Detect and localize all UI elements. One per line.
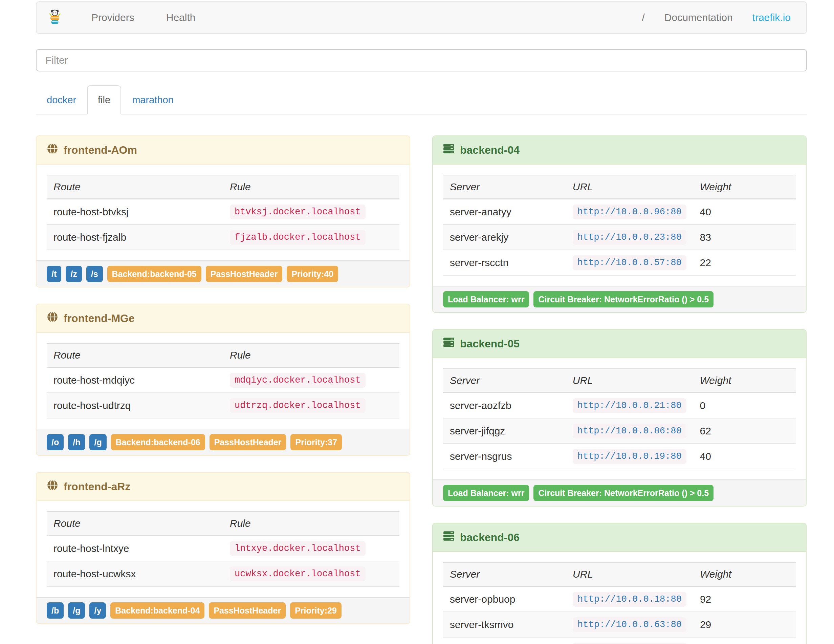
panel-footer: Load Balancer: wrr Circuit Breaker: Netw… bbox=[433, 479, 806, 506]
server-url-link[interactable]: http://10.0.0.23:80 bbox=[573, 230, 687, 245]
table-row: route-host-btvksj btvksj.docker.localhos… bbox=[47, 199, 399, 225]
backend-panel: backend-04 Server URL Weight bbox=[432, 136, 807, 313]
backend-panel-heading: backend-06 bbox=[433, 523, 806, 552]
panel-body: Server URL Weight server-anatyy http://1… bbox=[433, 165, 806, 286]
server-cell: server-nsgrus bbox=[443, 443, 566, 469]
server-url-link[interactable]: http://10.0.0.18:80 bbox=[573, 592, 687, 607]
server-url-link[interactable]: http://10.0.0.21:80 bbox=[573, 398, 687, 413]
server-url-link[interactable]: http://10.0.0.83:80 bbox=[573, 642, 687, 644]
weight-cell: 22 bbox=[693, 250, 796, 275]
column-header-server: Server bbox=[443, 562, 566, 586]
column-header-server: Server bbox=[443, 175, 566, 199]
nav-link-providers[interactable]: Providers bbox=[91, 2, 134, 34]
path-label: /y bbox=[89, 602, 106, 619]
routes-table: Route Rule route-host-btvksj btvksj.dock… bbox=[47, 175, 399, 250]
frontends-column: frontend-AOm Route Rule route-host-btv bbox=[36, 136, 410, 640]
server-url-link[interactable]: http://10.0.0.86:80 bbox=[573, 424, 687, 439]
route-cell: route-host-btvksj bbox=[47, 199, 223, 225]
backend-ref-label: Backend:backend-04 bbox=[110, 602, 204, 619]
path-label: /s bbox=[86, 266, 103, 282]
routes-table: Route Rule route-host-mdqiyc mdqiyc.dock… bbox=[47, 343, 399, 419]
table-row: route-host-ucwksx ucwksx.docker.localhos… bbox=[47, 561, 399, 586]
table-row: server-opbuop http://10.0.0.18:80 92 bbox=[443, 586, 796, 612]
provider-content: frontend-AOm Route Rule route-host-btv bbox=[36, 136, 807, 644]
path-label: /o bbox=[47, 434, 64, 450]
servers-table: Server URL Weight server-anatyy http://1… bbox=[443, 175, 796, 276]
path-label: /g bbox=[68, 602, 85, 619]
rule-code: btvksj.docker.localhost bbox=[230, 204, 365, 219]
rule-code: udtrzq.docker.localhost bbox=[230, 398, 365, 413]
server-url-link[interactable]: http://10.0.0.19:80 bbox=[573, 449, 687, 464]
route-cell: route-host-mdqiyc bbox=[47, 367, 223, 393]
frontend-panel: frontend-MGe Route Rule route-host-mdq bbox=[36, 304, 410, 456]
filter-input[interactable] bbox=[36, 49, 807, 71]
path-label: /h bbox=[68, 434, 85, 450]
column-header-route: Route bbox=[47, 511, 223, 536]
column-header-rule: Rule bbox=[223, 343, 399, 367]
tab-marathon[interactable]: marathon bbox=[121, 85, 184, 115]
backend-panel-heading: backend-05 bbox=[433, 330, 806, 358]
server-cell: server-arekjy bbox=[443, 225, 566, 250]
panel-title: backend-04 bbox=[460, 144, 520, 157]
filter-bar bbox=[36, 49, 807, 71]
panel-title: frontend-AOm bbox=[64, 144, 137, 157]
backend-ref-label: Backend:backend-06 bbox=[111, 434, 205, 450]
route-cell: route-host-lntxye bbox=[47, 536, 223, 561]
server-url-link[interactable]: http://10.0.0.57:80 bbox=[573, 255, 687, 270]
column-header-url: URL bbox=[566, 562, 693, 586]
weight-cell: 57 bbox=[693, 637, 796, 644]
panel-title: frontend-aRz bbox=[64, 480, 130, 493]
backend-ref-label: Backend:backend-05 bbox=[107, 266, 201, 282]
column-header-route: Route bbox=[47, 343, 223, 367]
weight-cell: 62 bbox=[693, 418, 796, 443]
panel-footer: Load Balancer: wrr Circuit Breaker: Netw… bbox=[433, 286, 806, 312]
server-url-link[interactable]: http://10.0.0.96:80 bbox=[573, 204, 687, 219]
frontend-panel-heading: frontend-aRz bbox=[37, 472, 409, 501]
tab-file[interactable]: file bbox=[87, 85, 121, 115]
column-header-weight: Weight bbox=[693, 562, 796, 586]
tab-docker[interactable]: docker bbox=[36, 85, 87, 115]
panel-footer: /b /g /y Backend:backend-04 PassHostHead… bbox=[37, 597, 409, 623]
servers-table: Server URL Weight server-aozfzb http://1… bbox=[443, 368, 796, 469]
priority-label: Priority:37 bbox=[290, 434, 342, 450]
panel-footer: /o /h /g Backend:backend-06 PassHostHead… bbox=[37, 429, 409, 455]
table-row: server-updomo http://10.0.0.83:80 57 bbox=[443, 637, 796, 644]
server-cell: server-opbuop bbox=[443, 586, 566, 612]
route-cell: route-host-udtrzq bbox=[47, 393, 223, 418]
column-header-weight: Weight bbox=[693, 369, 796, 393]
load-balancer-label: Load Balancer: wrr bbox=[443, 485, 529, 501]
nav-link-documentation[interactable]: Documentation bbox=[664, 2, 733, 34]
globe-icon bbox=[47, 479, 58, 494]
priority-label: Priority:29 bbox=[290, 602, 341, 619]
traefik-logo[interactable] bbox=[48, 9, 61, 26]
panel-title: backend-06 bbox=[460, 531, 520, 544]
traefik-dashboard: Providers Health / Documentation traefik… bbox=[0, 0, 834, 644]
column-header-url: URL bbox=[566, 175, 693, 199]
table-row: route-host-fjzalb fjzalb.docker.localhos… bbox=[47, 225, 399, 250]
passhostheader-label: PassHostHeader bbox=[210, 434, 286, 450]
column-header-rule: Rule bbox=[223, 511, 399, 536]
weight-cell: 0 bbox=[693, 393, 796, 419]
passhostheader-label: PassHostHeader bbox=[206, 266, 283, 282]
frontend-panel: frontend-AOm Route Rule route-host-btv bbox=[36, 136, 410, 288]
rule-code: fjzalb.docker.localhost bbox=[230, 230, 365, 245]
path-label: /g bbox=[89, 434, 106, 450]
panel-body: Route Rule route-host-mdqiyc mdqiyc.dock… bbox=[37, 333, 409, 429]
path-label: /t bbox=[47, 266, 61, 282]
circuit-breaker-label: Circuit Breaker: NetworkErrorRatio () > … bbox=[533, 291, 713, 307]
nav-link-health[interactable]: Health bbox=[166, 2, 196, 34]
backend-panel: backend-05 Server URL Weight bbox=[432, 329, 807, 506]
table-row: server-tksmvo http://10.0.0.63:80 29 bbox=[443, 612, 796, 637]
column-header-weight: Weight bbox=[693, 175, 796, 199]
server-icon bbox=[443, 530, 454, 544]
provider-tabs: docker file marathon bbox=[36, 85, 807, 115]
path-label: /z bbox=[66, 266, 82, 282]
nav-link-traefik-io[interactable]: traefik.io bbox=[752, 2, 791, 34]
panel-body: Server URL Weight server-opbuop http://1… bbox=[433, 552, 806, 644]
weight-cell: 40 bbox=[693, 199, 796, 225]
panel-footer: /t /z /s Backend:backend-05 PassHostHead… bbox=[37, 261, 409, 287]
globe-icon bbox=[47, 143, 58, 157]
server-url-link[interactable]: http://10.0.0.63:80 bbox=[573, 617, 687, 632]
panel-title: backend-05 bbox=[460, 337, 520, 350]
table-row: server-rscctn http://10.0.0.57:80 22 bbox=[443, 250, 796, 275]
